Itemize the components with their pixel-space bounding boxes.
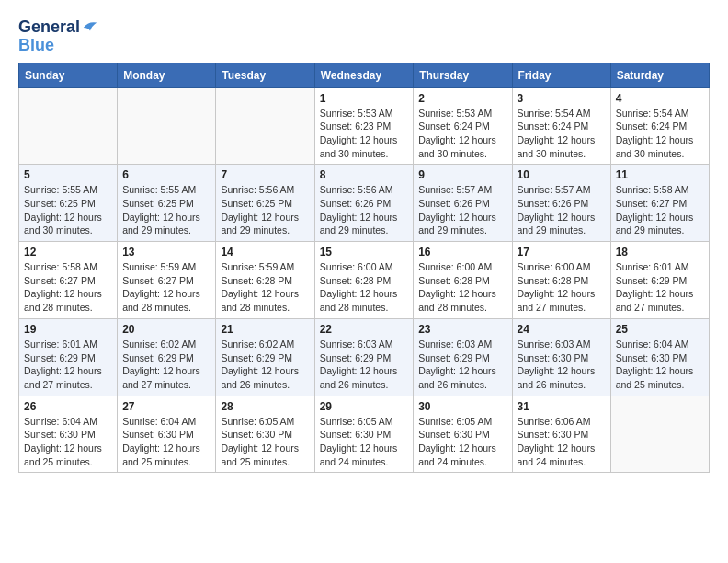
day-info: Sunrise: 5:58 AM Sunset: 6:27 PM Dayligh… [616, 183, 704, 237]
day-number: 23 [418, 323, 506, 336]
day-number: 13 [122, 246, 210, 259]
day-cell: 24Sunrise: 6:03 AM Sunset: 6:30 PM Dayli… [512, 318, 610, 396]
day-info: Sunrise: 5:54 AM Sunset: 6:24 PM Dayligh… [616, 107, 704, 161]
day-info: Sunrise: 6:04 AM Sunset: 6:30 PM Dayligh… [122, 415, 210, 469]
day-number: 18 [616, 246, 704, 259]
day-number: 15 [320, 246, 409, 259]
day-number: 22 [320, 323, 409, 336]
week-row-3: 12Sunrise: 5:58 AM Sunset: 6:27 PM Dayli… [19, 242, 710, 319]
day-cell: 16Sunrise: 6:00 AM Sunset: 6:28 PM Dayli… [414, 242, 512, 319]
day-cell: 17Sunrise: 6:00 AM Sunset: 6:28 PM Dayli… [512, 242, 610, 319]
day-info: Sunrise: 6:04 AM Sunset: 6:30 PM Dayligh… [616, 338, 704, 392]
day-number: 6 [122, 168, 210, 181]
day-info: Sunrise: 6:06 AM Sunset: 6:30 PM Dayligh… [518, 415, 606, 469]
logo-text-blue: Blue [18, 36, 54, 54]
day-cell: 30Sunrise: 6:05 AM Sunset: 6:30 PM Dayli… [414, 396, 512, 473]
day-cell: 5Sunrise: 5:55 AM Sunset: 6:25 PM Daylig… [19, 165, 118, 242]
day-number: 2 [418, 92, 506, 105]
day-cell: 20Sunrise: 6:02 AM Sunset: 6:29 PM Dayli… [118, 318, 216, 396]
day-info: Sunrise: 6:05 AM Sunset: 6:30 PM Dayligh… [320, 415, 409, 469]
week-row-1: 1Sunrise: 5:53 AM Sunset: 6:23 PM Daylig… [19, 87, 710, 165]
day-cell: 11Sunrise: 5:58 AM Sunset: 6:27 PM Dayli… [610, 165, 709, 242]
day-cell: 18Sunrise: 6:01 AM Sunset: 6:29 PM Dayli… [610, 242, 709, 319]
day-info: Sunrise: 6:03 AM Sunset: 6:29 PM Dayligh… [418, 338, 506, 392]
day-info: Sunrise: 6:03 AM Sunset: 6:29 PM Dayligh… [320, 338, 409, 392]
day-cell: 1Sunrise: 5:53 AM Sunset: 6:23 PM Daylig… [314, 87, 414, 165]
logo: General Blue [18, 18, 98, 55]
day-cell: 14Sunrise: 5:59 AM Sunset: 6:28 PM Dayli… [216, 242, 314, 319]
day-info: Sunrise: 6:02 AM Sunset: 6:29 PM Dayligh… [221, 338, 309, 392]
col-header-tuesday: Tuesday [216, 63, 314, 87]
day-cell [610, 396, 709, 473]
day-number: 26 [24, 400, 112, 413]
day-info: Sunrise: 5:54 AM Sunset: 6:24 PM Dayligh… [518, 107, 606, 161]
day-cell: 28Sunrise: 6:05 AM Sunset: 6:30 PM Dayli… [216, 396, 314, 473]
day-info: Sunrise: 6:05 AM Sunset: 6:30 PM Dayligh… [418, 415, 506, 469]
day-cell: 2Sunrise: 5:53 AM Sunset: 6:24 PM Daylig… [414, 87, 512, 165]
day-number: 14 [221, 246, 309, 259]
day-cell: 4Sunrise: 5:54 AM Sunset: 6:24 PM Daylig… [610, 87, 709, 165]
day-info: Sunrise: 5:58 AM Sunset: 6:27 PM Dayligh… [24, 260, 112, 315]
day-cell: 9Sunrise: 5:57 AM Sunset: 6:26 PM Daylig… [414, 165, 512, 242]
day-number: 12 [24, 246, 112, 259]
day-info: Sunrise: 6:01 AM Sunset: 6:29 PM Dayligh… [24, 338, 112, 392]
day-info: Sunrise: 6:02 AM Sunset: 6:29 PM Dayligh… [122, 338, 210, 392]
day-number: 3 [518, 92, 606, 105]
day-cell: 27Sunrise: 6:04 AM Sunset: 6:30 PM Dayli… [118, 396, 216, 473]
day-number: 21 [221, 323, 309, 336]
day-number: 11 [616, 168, 704, 181]
day-number: 29 [320, 400, 409, 413]
day-info: Sunrise: 5:57 AM Sunset: 6:26 PM Dayligh… [418, 183, 506, 237]
col-header-friday: Friday [512, 63, 610, 87]
day-info: Sunrise: 5:53 AM Sunset: 6:24 PM Dayligh… [418, 107, 506, 161]
day-info: Sunrise: 5:56 AM Sunset: 6:25 PM Dayligh… [221, 183, 309, 237]
day-cell: 29Sunrise: 6:05 AM Sunset: 6:30 PM Dayli… [314, 396, 414, 473]
day-info: Sunrise: 6:01 AM Sunset: 6:29 PM Dayligh… [616, 260, 704, 315]
logo-bird-icon [82, 19, 98, 36]
logo-text-general: General [18, 18, 80, 37]
day-number: 19 [24, 323, 112, 336]
day-number: 28 [221, 400, 309, 413]
day-cell: 19Sunrise: 6:01 AM Sunset: 6:29 PM Dayli… [19, 318, 118, 396]
day-cell: 15Sunrise: 6:00 AM Sunset: 6:28 PM Dayli… [314, 242, 414, 319]
day-number: 31 [518, 400, 606, 413]
day-cell: 22Sunrise: 6:03 AM Sunset: 6:29 PM Dayli… [314, 318, 414, 396]
day-info: Sunrise: 5:59 AM Sunset: 6:27 PM Dayligh… [122, 260, 210, 315]
day-cell: 6Sunrise: 5:55 AM Sunset: 6:25 PM Daylig… [118, 165, 216, 242]
day-number: 1 [320, 92, 409, 105]
col-header-wednesday: Wednesday [314, 63, 414, 87]
day-cell: 3Sunrise: 5:54 AM Sunset: 6:24 PM Daylig… [512, 87, 610, 165]
week-row-5: 26Sunrise: 6:04 AM Sunset: 6:30 PM Dayli… [19, 396, 710, 473]
page: General Blue SundayMondayTuesdayWednesda… [0, 0, 728, 491]
day-number: 24 [518, 323, 606, 336]
day-info: Sunrise: 6:03 AM Sunset: 6:30 PM Dayligh… [518, 338, 606, 392]
day-number: 30 [418, 400, 506, 413]
day-number: 16 [418, 246, 506, 259]
day-info: Sunrise: 6:00 AM Sunset: 6:28 PM Dayligh… [320, 260, 409, 315]
day-cell: 25Sunrise: 6:04 AM Sunset: 6:30 PM Dayli… [610, 318, 709, 396]
col-header-thursday: Thursday [414, 63, 512, 87]
day-info: Sunrise: 5:56 AM Sunset: 6:26 PM Dayligh… [320, 183, 409, 237]
col-header-sunday: Sunday [19, 63, 118, 87]
day-number: 7 [221, 168, 309, 181]
day-cell: 8Sunrise: 5:56 AM Sunset: 6:26 PM Daylig… [314, 165, 414, 242]
day-number: 8 [320, 168, 409, 181]
day-cell [216, 87, 314, 165]
header: General Blue [18, 15, 710, 55]
day-info: Sunrise: 6:00 AM Sunset: 6:28 PM Dayligh… [418, 260, 506, 315]
day-cell: 12Sunrise: 5:58 AM Sunset: 6:27 PM Dayli… [19, 242, 118, 319]
day-info: Sunrise: 6:04 AM Sunset: 6:30 PM Dayligh… [24, 415, 112, 469]
col-header-saturday: Saturday [610, 63, 709, 87]
day-info: Sunrise: 5:53 AM Sunset: 6:23 PM Dayligh… [320, 107, 409, 161]
day-cell: 31Sunrise: 6:06 AM Sunset: 6:30 PM Dayli… [512, 396, 610, 473]
day-number: 25 [616, 323, 704, 336]
day-cell: 13Sunrise: 5:59 AM Sunset: 6:27 PM Dayli… [118, 242, 216, 319]
day-info: Sunrise: 6:00 AM Sunset: 6:28 PM Dayligh… [518, 260, 606, 315]
week-row-4: 19Sunrise: 6:01 AM Sunset: 6:29 PM Dayli… [19, 318, 710, 396]
day-cell [19, 87, 118, 165]
day-number: 4 [616, 92, 704, 105]
day-cell: 10Sunrise: 5:57 AM Sunset: 6:26 PM Dayli… [512, 165, 610, 242]
day-number: 9 [418, 168, 506, 181]
day-cell: 26Sunrise: 6:04 AM Sunset: 6:30 PM Dayli… [19, 396, 118, 473]
day-cell [118, 87, 216, 165]
